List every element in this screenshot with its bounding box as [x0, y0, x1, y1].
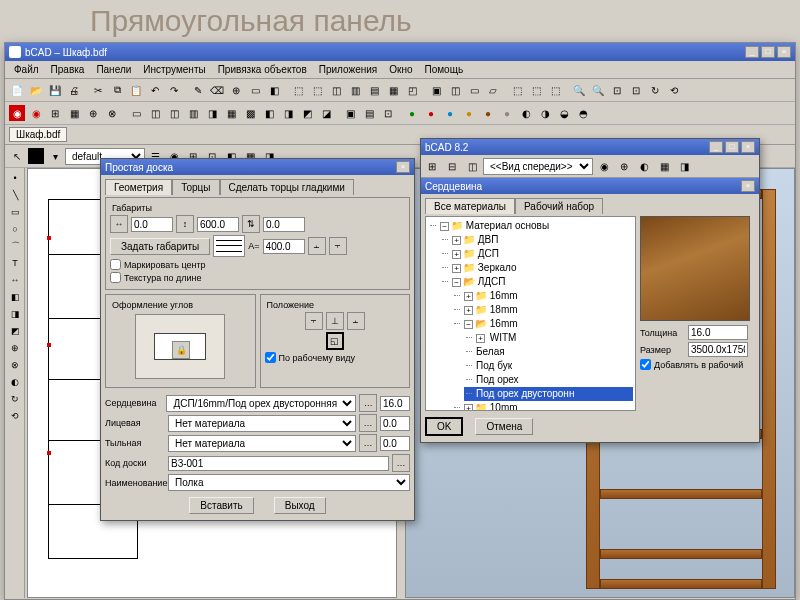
tool-icon[interactable]: ⊡ [627, 81, 645, 99]
tool-icon[interactable]: ⊗ [7, 357, 23, 373]
menu-edit[interactable]: Правка [46, 63, 90, 76]
view-combo[interactable]: <<Вид спереди>> [483, 158, 593, 175]
tool-icon[interactable]: ◨ [279, 104, 297, 122]
browse-icon[interactable]: … [359, 394, 377, 412]
tree-item[interactable]: Зеркало [478, 262, 517, 273]
tab-geometry[interactable]: Геометрия [105, 179, 172, 195]
copy-icon[interactable]: ⧉ [108, 81, 126, 99]
browse-icon[interactable]: … [392, 454, 410, 472]
tool-icon[interactable]: ◒ [555, 104, 573, 122]
tool-icon[interactable]: ▥ [346, 81, 364, 99]
tree-item[interactable]: 16mm [490, 290, 518, 301]
material-win-titlebar[interactable]: bCAD 8.2 _□× [421, 139, 759, 155]
name-select[interactable]: Полка [168, 474, 410, 491]
face-select[interactable]: Нет материала [168, 415, 356, 432]
tool-icon[interactable]: ▦ [384, 81, 402, 99]
set-sizes-button[interactable]: Задать габариты [110, 238, 210, 255]
rect-icon[interactable]: ▭ [7, 204, 23, 220]
expand-icon[interactable]: + [464, 306, 473, 315]
menu-panels[interactable]: Панели [91, 63, 136, 76]
tool-icon[interactable]: ◧ [260, 104, 278, 122]
tool-icon[interactable]: ● [498, 104, 516, 122]
tool-icon[interactable]: ⬚ [546, 81, 564, 99]
z-icon[interactable]: ⇅ [242, 215, 260, 233]
paste-icon[interactable]: 📋 [127, 81, 145, 99]
exit-button[interactable]: Выход [274, 497, 326, 514]
arc-icon[interactable]: ⌒ [7, 238, 23, 254]
center-icon[interactable]: 🔒 [172, 341, 190, 359]
menu-file[interactable]: Файл [9, 63, 44, 76]
tool-icon[interactable]: ◫ [463, 157, 481, 175]
select-icon[interactable]: ▭ [246, 81, 264, 99]
circle-icon[interactable]: ○ [7, 221, 23, 237]
doc-tab[interactable]: Шкаф.bdf [9, 127, 67, 142]
expand-icon[interactable]: + [464, 292, 473, 301]
tool-icon[interactable]: ◉ [595, 157, 613, 175]
tool-icon[interactable]: ● [422, 104, 440, 122]
pos-icon[interactable]: ⊥ [326, 312, 344, 330]
tool-icon[interactable]: ◪ [317, 104, 335, 122]
menu-window[interactable]: Окно [384, 63, 417, 76]
tab-ends[interactable]: Торцы [172, 179, 219, 195]
undo-icon[interactable]: ↶ [146, 81, 164, 99]
close-icon[interactable]: × [741, 180, 755, 192]
tool-icon[interactable]: ● [403, 104, 421, 122]
core-select[interactable]: ДСП/16mm/Под орех двусторонняя [166, 395, 356, 412]
tool-icon[interactable]: ◧ [265, 81, 283, 99]
tool-icon[interactable]: ◰ [403, 81, 421, 99]
close-button[interactable]: × [777, 46, 791, 58]
close-icon[interactable]: × [741, 141, 755, 153]
tool-icon[interactable]: ⊡ [379, 104, 397, 122]
tool-icon[interactable]: ⟲ [7, 408, 23, 424]
print-icon[interactable]: 🖨 [65, 81, 83, 99]
menu-help[interactable]: Помощь [420, 63, 469, 76]
core-thk-input[interactable] [380, 396, 410, 411]
tab-all-materials[interactable]: Все материалы [425, 198, 515, 214]
x-icon[interactable]: ↔ [110, 215, 128, 233]
menu-apps[interactable]: Приложения [314, 63, 383, 76]
tab-workset[interactable]: Рабочий набор [515, 198, 603, 214]
tool-icon[interactable]: ◫ [327, 81, 345, 99]
tree-leaf[interactable]: Белая [476, 346, 505, 357]
tool-icon[interactable]: ◨ [675, 157, 693, 175]
tool-icon[interactable]: ↻ [7, 391, 23, 407]
thickness-input[interactable] [688, 325, 748, 340]
pos-icon[interactable]: ⫟ [305, 312, 323, 330]
redo-icon[interactable]: ↷ [165, 81, 183, 99]
tree-leaf[interactable]: Под орех [476, 374, 519, 385]
tree-item[interactable]: ДВП [478, 234, 499, 245]
tool-icon[interactable]: ◨ [203, 104, 221, 122]
tool-icon[interactable]: ▦ [65, 104, 83, 122]
tool-icon[interactable]: ▦ [655, 157, 673, 175]
expand-icon[interactable]: + [476, 334, 485, 343]
min-icon[interactable]: _ [709, 141, 723, 153]
tool-icon[interactable]: ⬚ [289, 81, 307, 99]
color-swatch[interactable] [27, 147, 45, 165]
dim-icon[interactable]: ↔ [7, 272, 23, 288]
tool-icon[interactable]: ◫ [146, 104, 164, 122]
material-tree[interactable]: −📁 Материал основы +📁 ДВП +📁 ДСП +📁 Зерк… [425, 216, 636, 411]
tool-icon[interactable]: ⟲ [665, 81, 683, 99]
collapse-icon[interactable]: − [452, 278, 461, 287]
tree-item[interactable]: 18mm [490, 304, 518, 315]
tool-icon[interactable]: ✎ [189, 81, 207, 99]
tool-icon[interactable]: ▣ [427, 81, 445, 99]
tree-item[interactable]: 10mm [490, 402, 518, 411]
tree-leaf-selected[interactable]: Под орех двусторонн [476, 388, 574, 399]
tool-icon[interactable]: ⌫ [208, 81, 226, 99]
material-titlebar[interactable]: Сердцевина × [421, 178, 759, 194]
tool-icon[interactable]: ● [441, 104, 459, 122]
tree-leaf[interactable]: Под бук [476, 360, 512, 371]
tree-item[interactable]: ДСП [478, 248, 499, 259]
tool-icon[interactable]: 🔍 [589, 81, 607, 99]
collapse-icon[interactable]: − [440, 222, 449, 231]
insert-button[interactable]: Вставить [189, 497, 253, 514]
gabarit-y-input[interactable] [197, 217, 239, 232]
zoom-fit-icon[interactable]: ⊡ [608, 81, 626, 99]
tool-icon[interactable]: ⫟ [329, 237, 347, 255]
tool-icon[interactable]: ⊞ [46, 104, 64, 122]
tool-icon[interactable]: ● [479, 104, 497, 122]
tool-icon[interactable]: ⬚ [527, 81, 545, 99]
expand-icon[interactable]: + [452, 264, 461, 273]
dialog-titlebar[interactable]: Простая доска × [101, 159, 414, 175]
